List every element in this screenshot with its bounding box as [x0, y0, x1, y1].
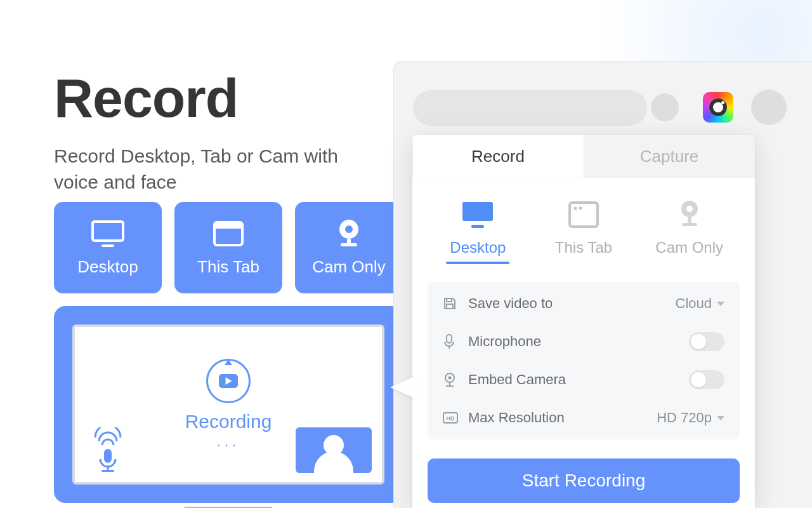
- setting-microphone: Microphone: [443, 323, 724, 361]
- svg-rect-20: [447, 298, 452, 302]
- source-this-tab[interactable]: This Tab: [536, 197, 631, 264]
- svg-rect-12: [471, 225, 484, 228]
- mode-button-label: Cam Only: [312, 257, 386, 277]
- svg-point-17: [686, 206, 693, 212]
- save-destination-select[interactable]: Cloud: [676, 295, 724, 312]
- browser-address-bar[interactable]: [413, 90, 647, 126]
- mode-button-cam-only[interactable]: Cam Only: [295, 202, 403, 293]
- recording-status-label: Recording: [185, 411, 272, 432]
- camera-icon: [330, 219, 368, 248]
- setting-label: Max Resolution: [468, 410, 657, 426]
- record-settings: Save video to Cloud Microphone Embed Cam…: [428, 282, 740, 439]
- chevron-down-icon: [717, 416, 724, 420]
- page-subtitle: Record Desktop, Tab or Cam with voice an…: [54, 144, 384, 195]
- hero-section: Record Record Desktop, Tab or Cam with v…: [54, 67, 384, 195]
- svg-rect-3: [214, 222, 242, 229]
- recording-preview: Recording ...: [54, 306, 403, 503]
- source-label: Desktop: [430, 239, 525, 257]
- tab-capture[interactable]: Capture: [584, 135, 755, 178]
- setting-embed-camera: Embed Camera: [443, 361, 724, 399]
- svg-rect-22: [447, 335, 452, 343]
- svg-rect-0: [93, 222, 123, 241]
- svg-rect-21: [447, 304, 453, 309]
- preview-screen: Recording ...: [72, 324, 384, 485]
- svg-rect-8: [104, 449, 112, 463]
- mode-button-label: This Tab: [197, 257, 259, 277]
- toolbar-placeholder-icon: [651, 93, 679, 121]
- svg-rect-10: [102, 470, 114, 472]
- extension-popup: Record Capture Desktop This Tab Cam Only: [412, 135, 755, 508]
- svg-point-5: [345, 225, 353, 233]
- svg-rect-13: [570, 203, 598, 227]
- embed-camera-toggle[interactable]: [689, 370, 724, 389]
- desktop-icon: [430, 197, 525, 232]
- mode-button-this-tab[interactable]: This Tab: [174, 202, 282, 293]
- microphone-active-icon: [90, 427, 126, 473]
- setting-label: Microphone: [468, 333, 689, 350]
- svg-rect-19: [688, 217, 691, 224]
- setting-label: Embed Camera: [468, 371, 689, 388]
- source-label: This Tab: [536, 239, 631, 257]
- setting-save-video-to: Save video to Cloud: [443, 284, 724, 323]
- svg-text:HD: HD: [447, 415, 455, 422]
- mode-button-desktop[interactable]: Desktop: [54, 202, 162, 293]
- source-label: Cam Only: [642, 239, 737, 257]
- profile-avatar[interactable]: [751, 90, 787, 125]
- resolution-select[interactable]: HD 720p: [657, 410, 724, 426]
- svg-point-25: [449, 377, 452, 380]
- setting-label: Save video to: [468, 295, 676, 312]
- source-cam-only[interactable]: Cam Only: [642, 197, 737, 264]
- tab-record[interactable]: Record: [412, 135, 584, 178]
- setting-max-resolution: HD Max Resolution HD 720p: [443, 399, 724, 437]
- svg-rect-1: [102, 244, 114, 247]
- source-desktop[interactable]: Desktop: [430, 197, 525, 264]
- mode-buttons: Desktop This Tab Cam Only: [54, 202, 403, 293]
- page-title: Record: [54, 67, 384, 130]
- start-recording-button[interactable]: Start Recording: [428, 458, 740, 503]
- camera-icon: [642, 197, 737, 232]
- svg-rect-9: [107, 465, 109, 471]
- svg-rect-7: [347, 239, 351, 244]
- popup-tabs: Record Capture: [412, 135, 755, 178]
- svg-point-14: [573, 207, 577, 210]
- recording-indicator-icon: [206, 359, 251, 403]
- save-icon: [443, 297, 464, 311]
- mode-button-label: Desktop: [77, 257, 138, 277]
- extension-icon[interactable]: [703, 92, 733, 123]
- tab-icon: [209, 219, 247, 248]
- record-source-picker: Desktop This Tab Cam Only: [412, 178, 755, 264]
- desktop-icon: [89, 219, 127, 248]
- camera-pip-icon: [296, 427, 372, 473]
- callout-arrow-icon: [390, 376, 416, 399]
- recording-dots: ...: [217, 434, 240, 450]
- svg-rect-11: [462, 202, 493, 221]
- svg-point-15: [579, 207, 582, 210]
- microphone-icon: [443, 334, 464, 349]
- camera-icon: [443, 372, 464, 387]
- microphone-toggle[interactable]: [689, 332, 724, 351]
- chevron-down-icon: [717, 302, 724, 306]
- tab-icon: [536, 197, 631, 232]
- hd-icon: HD: [443, 412, 464, 424]
